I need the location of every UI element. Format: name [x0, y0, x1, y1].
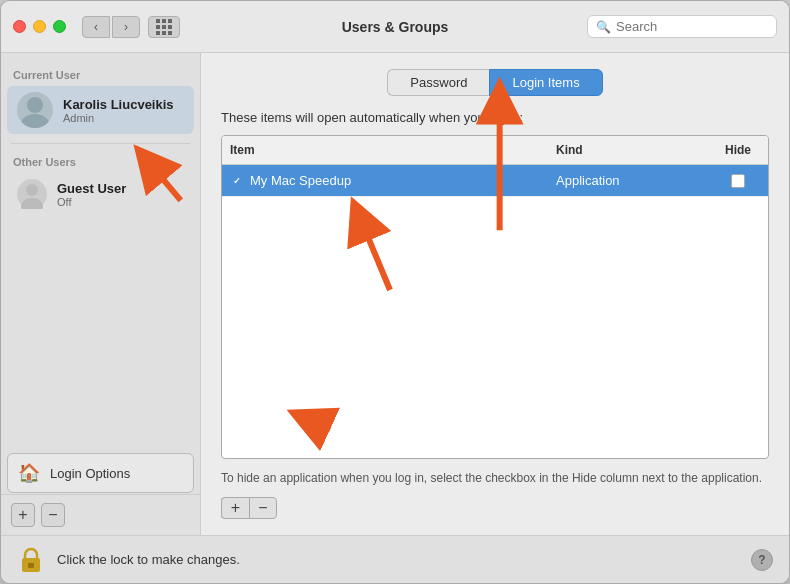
- sidebar-item-guest[interactable]: Guest User Off: [7, 173, 194, 215]
- table-row[interactable]: My Mac Speedup Application: [222, 165, 768, 197]
- login-options-label: Login Options: [50, 466, 130, 481]
- add-user-button[interactable]: +: [11, 503, 35, 527]
- svg-point-3: [21, 198, 43, 209]
- sidebar-footer: + −: [1, 494, 200, 535]
- forward-button[interactable]: ›: [112, 16, 140, 38]
- avatar-icon: [17, 92, 53, 128]
- grid-button[interactable]: [148, 16, 180, 38]
- footer-note: To hide an application when you log in, …: [221, 459, 769, 497]
- hide-checkbox[interactable]: [731, 174, 745, 188]
- main-content: Current User Karolis Liucveikis Admin Ot…: [1, 53, 789, 535]
- tab-login-items[interactable]: Login Items: [489, 69, 602, 96]
- item-name: My Mac Speedup: [250, 173, 351, 188]
- table-cell-kind: Application: [548, 170, 708, 191]
- svg-point-0: [27, 97, 43, 113]
- search-box[interactable]: 🔍: [587, 15, 777, 38]
- guest-avatar: [17, 179, 47, 209]
- house-icon: 🏠: [18, 462, 40, 484]
- add-item-button[interactable]: +: [221, 497, 249, 519]
- current-user-name: Karolis Liucveikis: [63, 97, 174, 112]
- item-check-icon: [230, 174, 244, 188]
- remove-item-button[interactable]: −: [249, 497, 277, 519]
- grid-icon: [156, 19, 172, 35]
- current-user-role: Admin: [63, 112, 174, 124]
- login-options-item[interactable]: 🏠 Login Options: [7, 453, 194, 493]
- guest-user-status: Off: [57, 196, 126, 208]
- search-icon: 🔍: [596, 20, 611, 34]
- col-header-hide: Hide: [708, 140, 768, 160]
- sidebar-item-current-user[interactable]: Karolis Liucveikis Admin: [7, 86, 194, 134]
- avatar: [17, 92, 53, 128]
- sidebar: Current User Karolis Liucveikis Admin Ot…: [1, 53, 201, 535]
- current-user-info: Karolis Liucveikis Admin: [63, 97, 174, 124]
- table-cell-hide: [708, 171, 768, 191]
- current-user-label: Current User: [1, 65, 200, 85]
- svg-point-2: [26, 184, 38, 196]
- col-header-kind: Kind: [548, 140, 708, 160]
- table-header: Item Kind Hide: [222, 136, 768, 165]
- search-input[interactable]: [616, 19, 768, 34]
- svg-rect-5: [28, 563, 34, 568]
- svg-point-1: [21, 114, 49, 128]
- close-button[interactable]: [13, 20, 26, 33]
- lock-icon[interactable]: [17, 546, 45, 574]
- minimize-button[interactable]: [33, 20, 46, 33]
- back-button[interactable]: ‹: [82, 16, 110, 38]
- bottom-bar: Click the lock to make changes. ?: [1, 535, 789, 583]
- nav-buttons: ‹ ›: [82, 16, 140, 38]
- guest-user-name: Guest User: [57, 181, 126, 196]
- fullscreen-button[interactable]: [53, 20, 66, 33]
- guest-user-info: Guest User Off: [57, 181, 126, 208]
- panel-description: These items will open automatically when…: [221, 110, 769, 125]
- window-title: Users & Groups: [342, 19, 449, 35]
- tab-password[interactable]: Password: [387, 69, 489, 96]
- col-header-item: Item: [222, 140, 548, 160]
- tabs: Password Login Items: [221, 69, 769, 96]
- table-actions: + −: [221, 497, 769, 519]
- table-cell-item: My Mac Speedup: [222, 170, 548, 191]
- guest-avatar-icon: [17, 179, 47, 209]
- table-body: My Mac Speedup Application: [222, 165, 768, 458]
- lock-label: Click the lock to make changes.: [57, 552, 739, 567]
- help-button[interactable]: ?: [751, 549, 773, 571]
- remove-user-button[interactable]: −: [41, 503, 65, 527]
- titlebar: ‹ › Users & Groups 🔍: [1, 1, 789, 53]
- items-table: Item Kind Hide My Mac Speedup Applicatio…: [221, 135, 769, 459]
- lock-svg: [18, 546, 44, 574]
- right-panel: Password Login Items These items will op…: [201, 53, 789, 535]
- traffic-lights: [13, 20, 66, 33]
- other-users-label: Other Users: [1, 152, 200, 172]
- sidebar-divider: [11, 143, 190, 144]
